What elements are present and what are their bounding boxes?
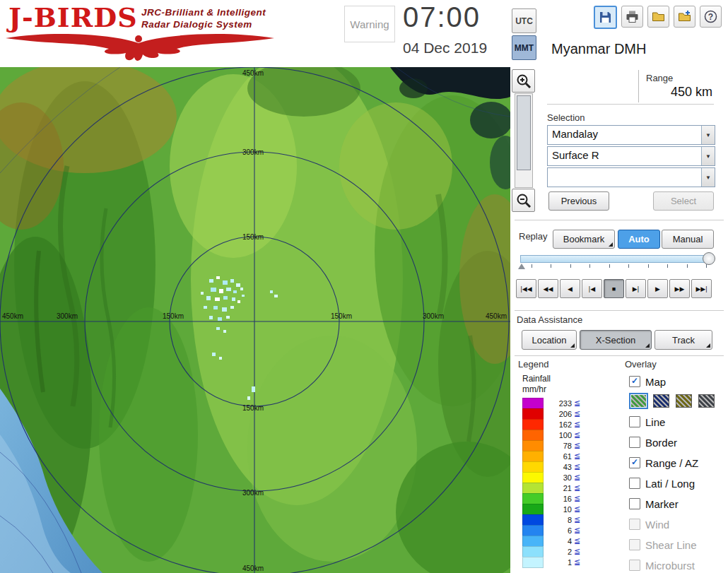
zoom-scrollbar[interactable] xyxy=(515,93,533,188)
legend-le-symbol: ≦ xyxy=(574,504,580,514)
zoom-scrollbar-thumb[interactable] xyxy=(517,95,531,170)
zoom-out-icon xyxy=(515,192,532,209)
legend-le-symbol: ≦ xyxy=(574,409,580,418)
export-icon xyxy=(677,9,692,24)
checkbox[interactable]: ✓ xyxy=(629,376,640,387)
overlay-item-label: Marker xyxy=(645,498,679,510)
legend-value: 78 xyxy=(548,442,572,450)
checkbox[interactable] xyxy=(629,498,640,509)
legend-color-chip xyxy=(522,514,544,526)
chevron-down-icon[interactable]: ▼ xyxy=(701,147,715,165)
replay-slider-thumb[interactable] xyxy=(703,252,715,265)
fast-forward-button[interactable]: ▶▶ xyxy=(669,279,690,298)
legend-le-symbol: ≦ xyxy=(574,398,580,408)
checkbox xyxy=(629,519,640,530)
warning-label: Warning xyxy=(350,18,389,30)
legend-color-chip xyxy=(522,408,544,420)
chevron-down-icon[interactable]: ▼ xyxy=(701,126,715,144)
replay-slider-marker xyxy=(518,264,525,269)
legend-value: 6 xyxy=(548,526,572,535)
legend-row: 16≦ xyxy=(522,493,580,504)
transport-controls: |◀◀◀◀◀|◀■▶|▶▶▶▶▶| xyxy=(516,279,712,298)
map-style-swatch[interactable] xyxy=(698,394,715,408)
legend-title: Rainfall xyxy=(522,374,551,384)
track-button-label: Track xyxy=(672,335,695,345)
overlay-item-border: Border xyxy=(629,435,727,450)
help-button[interactable]: ? xyxy=(700,6,722,28)
legend-row: 8≦ xyxy=(522,514,580,525)
logo-tagline-2: Radar Dialogic System xyxy=(141,19,252,30)
map-style-swatch[interactable] xyxy=(653,394,669,408)
auto-mode-button[interactable]: Auto xyxy=(618,230,660,249)
play-reverse-button[interactable]: ◀ xyxy=(560,279,580,298)
warning-indicator[interactable]: Warning xyxy=(344,6,395,42)
select-button-label: Select xyxy=(671,196,696,206)
map-style-swatch[interactable] xyxy=(630,394,647,408)
jump-end-button[interactable]: ▶▶| xyxy=(691,279,712,298)
control-panel: Range 450 km Selection Mandalay ▼ Surfac… xyxy=(510,67,728,573)
legend-row: 43≦ xyxy=(522,461,580,472)
logo-tagline-1: JRC-Brilliant & Intelligent xyxy=(141,7,266,18)
legend-value: 8 xyxy=(548,516,572,524)
legend-value: 61 xyxy=(548,452,572,461)
location-button[interactable]: Location xyxy=(522,330,577,350)
track-button[interactable]: Track xyxy=(654,330,712,350)
legend-value: 4 xyxy=(548,537,572,545)
checkbox[interactable] xyxy=(629,437,640,448)
jbirds-app: J-BIRDS JRC-Brilliant & Intelligent Rada… xyxy=(0,0,728,573)
manual-mode-button[interactable]: Manual xyxy=(662,230,714,249)
option-dropdown[interactable]: ▼ xyxy=(547,167,715,187)
open-file-button[interactable] xyxy=(647,6,669,28)
legend-le-symbol: ≦ xyxy=(574,515,580,524)
legend-le-symbol: ≦ xyxy=(574,547,580,556)
header-bar: J-BIRDS JRC-Brilliant & Intelligent Rada… xyxy=(0,0,728,68)
legend-row: 61≦ xyxy=(522,451,580,461)
fast-rewind-button[interactable]: ◀◀ xyxy=(538,279,558,298)
x-section-button[interactable]: X-Section xyxy=(580,330,652,350)
print-button[interactable] xyxy=(621,6,643,28)
jump-start-button[interactable]: |◀◀ xyxy=(516,279,536,298)
previous-button[interactable]: Previous xyxy=(548,191,609,211)
legend-row: 78≦ xyxy=(522,440,580,451)
clock-date: 04 Dec 2019 xyxy=(403,40,487,57)
chevron-down-icon[interactable]: ▼ xyxy=(701,168,715,187)
option-dropdown-value xyxy=(548,168,701,187)
legend-le-symbol: ≦ xyxy=(574,430,580,439)
radar-map-view[interactable]: 450km 300km 150km 150km 300km 450km 450k… xyxy=(0,67,510,573)
map-style-swatch[interactable] xyxy=(676,394,692,408)
overlay-item-label: Border xyxy=(645,437,677,449)
replay-slider-ticks xyxy=(532,264,707,268)
zoom-out-button[interactable] xyxy=(512,189,535,212)
legend-value: 1 xyxy=(548,558,572,567)
checkbox[interactable]: ✓ xyxy=(629,457,640,468)
select-button[interactable]: Select xyxy=(653,191,714,211)
zoom-in-button[interactable] xyxy=(512,69,535,93)
replay-timeline-slider[interactable] xyxy=(520,255,712,263)
legend-le-symbol: ≦ xyxy=(574,420,580,429)
utc-toggle-button[interactable]: UTC xyxy=(512,8,536,33)
station-dropdown[interactable]: Mandalay ▼ xyxy=(547,125,715,145)
bookmark-button[interactable]: Bookmark xyxy=(553,230,615,249)
play-button[interactable]: ▶ xyxy=(647,279,668,298)
bookmark-button-label: Bookmark xyxy=(563,234,605,244)
overlay-item-wind: Wind xyxy=(629,516,727,532)
overlay-item-shear-line: Shear Line xyxy=(629,537,727,553)
step-forward-button[interactable]: ▶| xyxy=(626,279,646,298)
mmt-toggle-button[interactable]: MMT xyxy=(512,35,536,60)
legend-unit: mm/hr xyxy=(522,384,546,394)
legend-color-chip xyxy=(522,546,544,557)
product-dropdown[interactable]: Surface R ▼ xyxy=(547,146,715,166)
checkbox xyxy=(629,560,640,571)
step-back-button[interactable]: |◀ xyxy=(582,279,602,298)
data-assistance-label: Data Assistance xyxy=(517,314,582,325)
save-button[interactable] xyxy=(594,6,617,29)
stop-button[interactable]: ■ xyxy=(604,279,624,298)
overlay-item-map: ✓Map xyxy=(629,374,727,389)
checkbox[interactable] xyxy=(629,478,640,489)
legend-le-symbol: ≦ xyxy=(574,536,580,545)
export-button[interactable] xyxy=(674,6,695,28)
legend-row: 10≦ xyxy=(522,504,580,514)
mmt-label: MMT xyxy=(515,43,534,53)
checkbox[interactable] xyxy=(629,416,640,427)
legend-color-chip xyxy=(522,430,544,441)
